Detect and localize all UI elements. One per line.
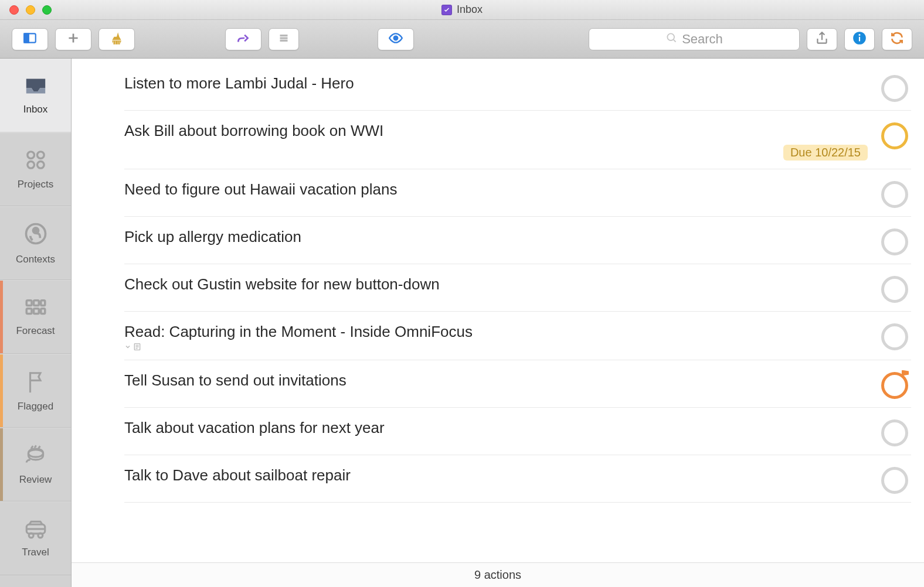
travel-icon (23, 518, 49, 542)
task-title: Read: Capturing in the Moment - Inside O… (124, 322, 868, 342)
sidebar-item-label: Flagged (18, 401, 53, 412)
task-text: Need to figure out Hawaii vacation plans (124, 180, 868, 200)
sidebar-item-contexts[interactable]: Contexts (0, 206, 71, 280)
sidebar-tint (0, 354, 3, 427)
statusbar-summary: 9 actions (474, 568, 521, 582)
task-row[interactable]: Check out Gustin website for new button-… (124, 264, 911, 312)
status-circle[interactable] (881, 323, 908, 350)
review-icon (23, 443, 49, 469)
window-close-button[interactable] (9, 5, 19, 15)
contexts-icon (23, 221, 49, 249)
sidebar-tint (0, 281, 3, 353)
window-minimize-button[interactable] (26, 5, 35, 15)
sidebar-item-label: Forecast (16, 325, 55, 337)
task-title: Listen to more Lambi Judal - Hero (124, 74, 868, 94)
task-status-col (878, 227, 911, 255)
status-circle[interactable] (881, 419, 908, 446)
status-circle[interactable] (881, 228, 908, 255)
svg-point-10 (37, 162, 44, 169)
content: Listen to more Lambi Judal - HeroAsk Bil… (72, 59, 924, 587)
view-options-button[interactable] (269, 28, 299, 50)
inbox-icon (23, 76, 49, 99)
main-area: InboxProjectsContextsForecastFlaggedRevi… (0, 59, 924, 587)
task-text: Read: Capturing in the Moment - Inside O… (124, 322, 868, 351)
status-circle[interactable] (881, 181, 908, 208)
window-title: Inbox (441, 4, 483, 16)
projects-icon (24, 148, 47, 174)
svg-rect-15 (40, 301, 45, 306)
task-list[interactable]: Listen to more Lambi Judal - HeroAsk Bil… (72, 59, 924, 562)
task-row[interactable]: Pick up allergy medication (124, 217, 911, 264)
sync-button[interactable] (882, 28, 912, 50)
svg-point-21 (29, 533, 33, 538)
task-row[interactable]: Tell Susan to send out invitations (124, 360, 911, 408)
svg-point-6 (858, 34, 860, 36)
svg-rect-13 (26, 301, 32, 306)
task-text: Talk about vacation plans for next year (124, 418, 868, 438)
status-circle[interactable] (881, 75, 908, 102)
task-text: Tell Susan to send out invitations (124, 371, 868, 391)
svg-rect-14 (33, 301, 39, 306)
inspector-button[interactable] (844, 28, 875, 50)
arrow-right-icon (236, 30, 251, 48)
status-circle[interactable] (881, 122, 908, 149)
svg-point-9 (27, 162, 34, 169)
cleanup-button[interactable] (98, 28, 135, 50)
search-placeholder: Search (682, 32, 723, 47)
sidebar-icon (22, 30, 38, 48)
share-icon (814, 30, 830, 48)
app-icon (441, 5, 452, 15)
flagged-icon (25, 369, 47, 396)
task-title: Pick up allergy medication (124, 227, 868, 247)
task-title: Tell Susan to send out invitations (124, 371, 868, 391)
task-row[interactable]: Listen to more Lambi Judal - Hero (124, 63, 911, 111)
note-indicator[interactable] (124, 342, 868, 351)
focus-button[interactable] (378, 28, 414, 50)
task-row[interactable]: Ask Bill about borrowing book on WWIDue … (124, 111, 911, 169)
broom-icon (109, 30, 124, 48)
task-text: Ask Bill about borrowing book on WWIDue … (124, 121, 868, 161)
task-text: Check out Gustin website for new button-… (124, 275, 868, 295)
task-status-col (878, 371, 911, 399)
traffic-lights (0, 5, 52, 15)
svg-point-19 (28, 450, 43, 458)
svg-point-7 (27, 152, 34, 159)
sidebar-item-label: Contexts (16, 254, 55, 265)
sidebar-item-flagged[interactable]: Flagged (0, 354, 71, 428)
sidebar-item-label: Review (19, 474, 52, 486)
task-row[interactable]: Read: Capturing in the Moment - Inside O… (124, 312, 911, 360)
list-icon (276, 30, 291, 48)
window-title-text: Inbox (457, 4, 483, 16)
sidebar-item-review[interactable]: Review (0, 428, 71, 501)
sidebar-item-travel[interactable]: Travel (0, 501, 71, 575)
task-status-col (878, 275, 911, 303)
task-status-col (878, 466, 911, 494)
sidebar-item-forecast[interactable]: Forecast (0, 280, 71, 354)
task-row[interactable]: Talk about vacation plans for next year (124, 408, 911, 455)
info-icon (852, 30, 867, 48)
svg-rect-17 (33, 309, 39, 314)
task-status-col (878, 74, 911, 102)
sidebar-item-label: Travel (22, 547, 49, 558)
search-input[interactable]: Search (589, 28, 800, 50)
task-status-col (878, 121, 911, 149)
status-circle[interactable] (881, 276, 908, 303)
toggle-sidebar-button[interactable] (12, 28, 48, 50)
sidebar-item-inbox[interactable]: Inbox (0, 59, 71, 132)
plus-icon (66, 30, 81, 48)
task-row[interactable]: Need to figure out Hawaii vacation plans (124, 169, 911, 217)
forecast-icon (23, 297, 48, 320)
status-circle[interactable] (881, 467, 908, 494)
due-badge: Due 10/22/15 (783, 145, 868, 161)
task-title: Check out Gustin website for new button-… (124, 275, 868, 295)
svg-point-8 (37, 152, 44, 159)
task-status-col (878, 418, 911, 446)
window-zoom-button[interactable] (42, 5, 52, 15)
quick-open-button[interactable] (225, 28, 261, 50)
add-button[interactable] (55, 28, 91, 50)
status-circle[interactable] (881, 372, 908, 399)
task-row[interactable]: Talk to Dave about sailboat repair (124, 455, 911, 503)
task-title: Talk about vacation plans for next year (124, 418, 868, 438)
sidebar-item-projects[interactable]: Projects (0, 132, 71, 206)
share-button[interactable] (807, 28, 837, 50)
